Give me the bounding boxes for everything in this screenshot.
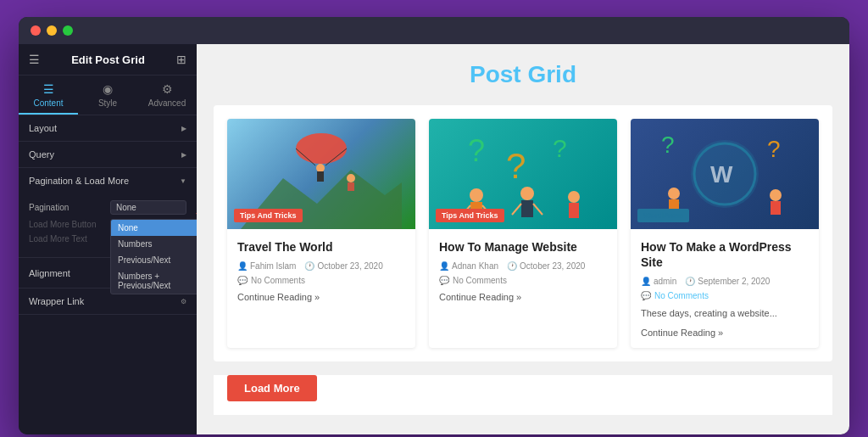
grid-icon[interactable]: ⊞ xyxy=(176,53,186,66)
post-title-1: Travel The World xyxy=(237,239,405,255)
sidebar-header: ☰ Edit Post Grid ⊞ xyxy=(19,44,197,76)
post-meta-1: 👤 Fahim Islam 🕐 October 23, 2020 xyxy=(237,261,405,271)
comments-text-2: No Comments xyxy=(453,276,507,285)
pagination-content: Pagination None Numbers Previous/Next Nu… xyxy=(19,193,197,257)
post-read-more-3[interactable]: Continue Reading » xyxy=(641,328,809,338)
svg-point-1 xyxy=(296,133,347,164)
post-read-more-2[interactable]: Continue Reading » xyxy=(439,292,607,302)
tab-advanced-label: Advanced xyxy=(148,98,186,108)
post-body-1: Travel The World 👤 Fahim Islam 🕐 October… xyxy=(227,229,415,312)
tab-content-label: Content xyxy=(33,98,63,108)
post-title-3: How To Make a WordPress Site xyxy=(641,239,809,270)
page-title: Post Grid xyxy=(214,61,832,88)
opt-numbers[interactable]: Numbers xyxy=(111,236,197,252)
post-author-2: Adnan Khan xyxy=(452,261,498,271)
maximize-dot[interactable] xyxy=(63,25,73,36)
section-wrapper-link-label: Wrapper Link xyxy=(29,296,84,306)
post-author-3: admin xyxy=(654,277,676,286)
post-comments-2: 💬 No Comments xyxy=(439,276,607,285)
section-layout-label: Layout xyxy=(29,123,57,133)
post-date-3: September 2, 2020 xyxy=(698,277,770,286)
section-query-arrow: ▶ xyxy=(181,151,186,159)
post-category-badge-3: WordPress xyxy=(637,209,689,222)
post-excerpt-3: These days, creating a website... xyxy=(641,307,809,320)
post-author-icon-2: 👤 Adnan Khan xyxy=(439,261,498,271)
load-more-button-label: Load More Button xyxy=(29,220,97,229)
pagination-select[interactable]: None Numbers Previous/Next Numbers + Pre… xyxy=(110,200,186,215)
tab-advanced[interactable]: ⚙ Advanced xyxy=(137,76,197,115)
section-pagination: Pagination & Load More ▼ Pagination None… xyxy=(19,168,197,258)
section-query: Query ▶ xyxy=(19,142,197,168)
svg-point-19 xyxy=(568,191,580,203)
svg-point-11 xyxy=(470,188,483,202)
section-query-label: Query xyxy=(29,149,54,160)
section-alignment-label: Alignment xyxy=(29,268,70,278)
post-author-1: Fahim Islam xyxy=(250,261,296,271)
load-more-text-label: Load More Text xyxy=(29,234,87,244)
post-card-1: Tips And Tricks Travel The World 👤 Fahim… xyxy=(227,119,415,348)
post-thumbnail-1: Tips And Tricks xyxy=(227,119,415,229)
post-comments-1: 💬 No Comments xyxy=(237,276,405,285)
svg-point-6 xyxy=(347,174,355,182)
tab-style-label: Style xyxy=(98,98,117,108)
post-category-badge-1: Tips And Tricks xyxy=(234,209,303,222)
svg-rect-5 xyxy=(317,171,324,182)
svg-point-27 xyxy=(770,189,782,201)
comment-icon-2: 💬 xyxy=(439,276,449,285)
post-meta-3: 👤 admin 🕐 September 2, 2020 xyxy=(641,277,809,286)
close-dot[interactable] xyxy=(31,25,41,36)
opt-numbers-prev-next[interactable]: Numbers + Previous/Next xyxy=(111,268,197,294)
svg-text:?: ? xyxy=(661,132,675,158)
sidebar-title: Edit Post Grid xyxy=(71,53,145,66)
content-tab-icon: ☰ xyxy=(43,82,54,96)
post-card-2: ? ? ? xyxy=(429,119,617,348)
load-more-button[interactable]: Load More xyxy=(227,375,317,401)
post-author-icon-3: 👤 admin xyxy=(641,277,676,286)
post-body-3: How To Make a WordPress Site 👤 admin 🕐 S… xyxy=(631,229,819,348)
section-pagination-header[interactable]: Pagination & Load More ▼ xyxy=(19,168,197,193)
app-body: ☰ Edit Post Grid ⊞ ☰ Content ◉ Style ⚙ A… xyxy=(19,44,849,434)
post-read-more-1[interactable]: Continue Reading » xyxy=(237,292,405,302)
svg-point-29 xyxy=(668,188,680,199)
minimize-dot[interactable] xyxy=(47,25,57,36)
opt-prev-next[interactable]: Previous/Next xyxy=(111,252,197,268)
post-date-icon-3: 🕐 September 2, 2020 xyxy=(685,277,770,286)
post-card-3: W ? ? ? WordPress xyxy=(631,119,819,348)
post-body-2: How To Manage Website 👤 Adnan Khan 🕐 Oct… xyxy=(429,229,617,312)
svg-point-4 xyxy=(316,164,325,172)
post-date-icon-2: 🕐 October 23, 2020 xyxy=(507,261,585,271)
svg-text:?: ? xyxy=(767,136,781,162)
pagination-row: Pagination None Numbers Previous/Next Nu… xyxy=(29,200,186,215)
pagination-select-wrapper: None Numbers Previous/Next Numbers + Pre… xyxy=(110,200,186,215)
post-title-2: How To Manage Website xyxy=(439,239,607,255)
post-grid: Tips And Tricks Travel The World 👤 Fahim… xyxy=(214,105,832,361)
svg-text:?: ? xyxy=(506,146,526,186)
post-meta-2: 👤 Adnan Khan 🕐 October 23, 2020 xyxy=(439,261,607,271)
hamburger-icon[interactable]: ☰ xyxy=(29,53,40,66)
post-comments-3: 💬 No Comments xyxy=(641,291,809,300)
opt-none[interactable]: None xyxy=(111,220,197,236)
svg-rect-16 xyxy=(521,200,533,217)
advanced-tab-icon: ⚙ xyxy=(162,82,173,96)
section-layout-header[interactable]: Layout ▶ xyxy=(19,115,197,141)
post-author-icon-1: 👤 Fahim Islam xyxy=(237,261,296,271)
svg-point-15 xyxy=(520,187,534,200)
pagination-dropdown: None Numbers Previous/Next Numbers + Pre… xyxy=(110,219,197,294)
pagination-label: Pagination xyxy=(29,203,69,212)
section-query-header[interactable]: Query ▶ xyxy=(19,142,197,167)
style-tab-icon: ◉ xyxy=(103,82,113,96)
post-date-icon-1: 🕐 October 23, 2020 xyxy=(304,261,382,271)
comments-text-3: No Comments xyxy=(654,291,709,300)
svg-text:W: W xyxy=(710,161,733,188)
svg-line-17 xyxy=(512,204,521,215)
titlebar xyxy=(19,17,849,44)
red-arrow-icon: ↗ xyxy=(194,202,197,218)
tab-content[interactable]: ☰ Content xyxy=(19,76,78,115)
svg-rect-7 xyxy=(348,182,354,191)
tab-style[interactable]: ◉ Style xyxy=(78,76,137,115)
svg-text:?: ? xyxy=(468,133,485,168)
post-thumbnail-3: W ? ? ? WordPress xyxy=(631,119,819,229)
post-date-1: October 23, 2020 xyxy=(317,261,382,271)
section-layout-arrow: ▶ xyxy=(181,125,186,132)
comment-icon-1: 💬 xyxy=(237,276,248,285)
